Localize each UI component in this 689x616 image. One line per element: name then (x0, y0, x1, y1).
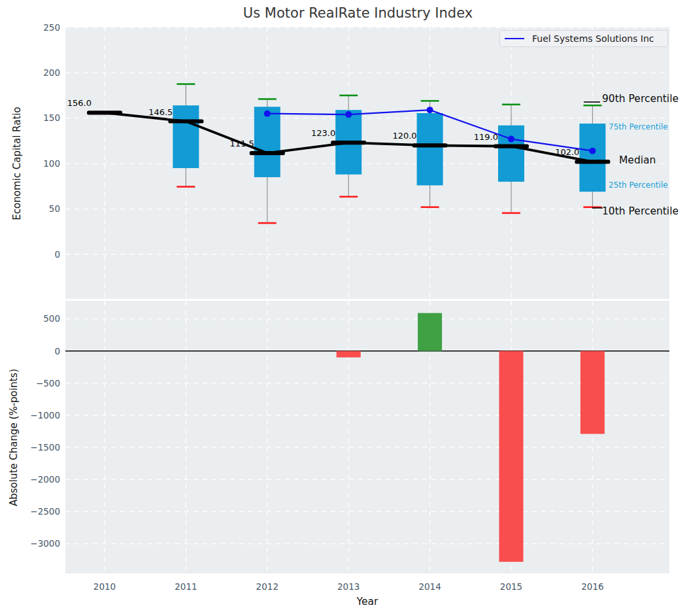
svg-text:−3000: −3000 (30, 538, 60, 549)
chart-title: Us Motor RealRate Industry Index (65, 5, 650, 21)
annotation-median: Median (619, 155, 656, 167)
svg-text:2016: 2016 (581, 581, 603, 592)
svg-text:111.5: 111.5 (230, 139, 254, 148)
svg-text:2014: 2014 (418, 581, 441, 592)
legend: Fuel Systems Solutions Inc (499, 30, 668, 47)
annotation-25th-percentile: 25th Percentile (609, 181, 668, 190)
svg-text:150: 150 (43, 112, 60, 123)
svg-text:102.0: 102.0 (555, 147, 579, 157)
svg-text:−1000: −1000 (30, 410, 60, 420)
svg-text:2011: 2011 (175, 581, 197, 592)
svg-text:50: 50 (49, 203, 60, 214)
svg-text:−500: −500 (36, 378, 60, 388)
svg-text:−2000: −2000 (30, 474, 60, 485)
plot-canvas: 0501001502002505000−500−1000−1500−2000−2… (0, 0, 689, 616)
figure: 0501001502002505000−500−1000−1500−2000−2… (0, 0, 689, 616)
svg-text:119.0: 119.0 (474, 132, 498, 142)
svg-text:100: 100 (43, 158, 60, 169)
y-axis-label-bottom: Absolute Change (%-points) (8, 369, 20, 506)
svg-text:146.5: 146.5 (148, 107, 173, 117)
svg-text:0: 0 (54, 249, 60, 260)
svg-text:500: 500 (43, 313, 60, 324)
svg-text:−2500: −2500 (30, 506, 60, 517)
annotation-10th-percentile: 10th Percentile (602, 206, 679, 218)
x-axis-label: Year (65, 596, 669, 607)
svg-text:2015: 2015 (500, 581, 522, 592)
svg-text:−1500: −1500 (30, 442, 60, 453)
svg-text:200: 200 (43, 67, 60, 78)
legend-line-sample (505, 38, 524, 39)
svg-text:2012: 2012 (256, 581, 278, 592)
svg-text:0: 0 (54, 346, 60, 356)
svg-text:250: 250 (43, 22, 60, 33)
svg-text:156.0: 156.0 (67, 98, 92, 108)
svg-text:123.0: 123.0 (311, 128, 335, 138)
y-axis-label-top: Economic Capital Ratio (11, 107, 23, 220)
svg-text:2013: 2013 (337, 581, 360, 592)
annotation-90th-percentile: 90th Percentile (602, 94, 679, 105)
legend-label: Fuel Systems Solutions Inc (532, 33, 654, 44)
annotation-75th-percentile: 75th Percentile (609, 123, 668, 132)
svg-text:2010: 2010 (93, 581, 116, 592)
svg-text:120.0: 120.0 (392, 131, 416, 141)
